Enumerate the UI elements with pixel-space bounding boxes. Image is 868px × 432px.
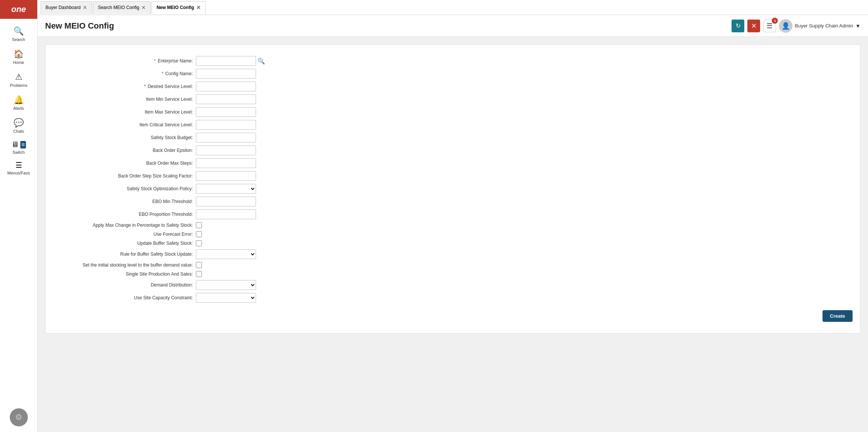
label-text-item-critical: Item Critical Service Level: <box>139 122 193 127</box>
sidebar-item-chats[interactable]: 💬 Chats <box>0 114 37 137</box>
tab-bar: Buyer Dashboard ✕ Search MEIO Config ✕ N… <box>38 0 868 15</box>
use-forecast-error-checkbox[interactable] <box>196 231 202 237</box>
label-back-order-epsilon: Back Order Epsilon: <box>53 148 196 153</box>
alerts-icon: 🔔 <box>14 95 24 105</box>
row-back-order-epsilon: Back Order Epsilon: <box>53 146 853 155</box>
user-dropdown-button[interactable]: ▼ <box>855 23 860 29</box>
create-button[interactable]: Create <box>823 310 853 322</box>
label-text-apply-max-change: Apply Max Change in Percentage to Safety… <box>93 223 193 228</box>
sidebar-label-switch: Switch <box>12 150 24 155</box>
label-back-order-step-size: Back Order Step Size Scaling Factor: <box>53 173 196 179</box>
enterprise-search-button[interactable]: 🔍 <box>258 58 265 65</box>
safety-stock-budget-input[interactable] <box>196 133 256 142</box>
user-info: 👤 Buyer Supply Chain Admin ▼ <box>779 19 860 33</box>
row-safety-stock-budget: Safety Stock Budget: <box>53 133 853 142</box>
label-text-back-order-step-size: Back Order Step Size Scaling Factor: <box>118 173 193 179</box>
tab-close-new-meio[interactable]: ✕ <box>196 5 201 10</box>
tab-close-search-meio[interactable]: ✕ <box>141 5 146 10</box>
demand-distribution-select[interactable] <box>196 280 256 290</box>
switch-icons: 🖥 ≡ <box>11 140 26 149</box>
logo-text: one <box>11 5 26 14</box>
close-form-button[interactable]: ✕ <box>747 20 760 32</box>
row-rule-buffer-safety-stock: Rule for Buffer Safety Stock Update: <box>53 249 853 259</box>
page-title: New MEIO Config <box>45 21 732 31</box>
sidebar-item-home[interactable]: 🏠 Home <box>0 45 37 68</box>
required-star-desired: * <box>144 84 146 89</box>
main-content: Buyer Dashboard ✕ Search MEIO Config ✕ N… <box>38 0 868 432</box>
back-order-max-steps-input[interactable] <box>196 158 256 168</box>
sidebar-label-home: Home <box>13 60 24 65</box>
row-ebo-min-threshold: EBO Min Threshold: <box>53 197 853 206</box>
tab-close-buyer-dashboard[interactable]: ✕ <box>83 5 87 10</box>
menu-button[interactable]: ☰ 1 <box>763 20 776 32</box>
row-enterprise-name: * Enterprise Name: 🔍 <box>53 56 853 66</box>
label-text-set-initial-stocking: Set the initial stocking level to the bu… <box>83 262 193 268</box>
enterprise-name-input[interactable] <box>196 56 256 66</box>
avatar-icon: ⚙ <box>15 412 23 422</box>
refresh-icon: ↻ <box>736 22 741 29</box>
config-name-input[interactable] <box>196 69 256 79</box>
sidebar-item-alerts[interactable]: 🔔 Alerts <box>0 91 37 114</box>
tab-search-meio[interactable]: Search MEIO Config ✕ <box>93 1 151 14</box>
label-back-order-max-steps: Back Order Max Steps: <box>53 161 196 166</box>
label-text-ebo-proportion-threshold: EBO Proportion Threshold: <box>139 212 193 217</box>
item-max-service-level-input[interactable] <box>196 107 256 117</box>
back-order-step-size-input[interactable] <box>196 171 256 181</box>
label-item-critical-service-level: Item Critical Service Level: <box>53 122 196 127</box>
close-icon: ✕ <box>751 22 757 30</box>
user-avatar[interactable]: ⚙ <box>10 408 28 426</box>
label-update-buffer-safety-stock: Update Buffer Safety Stock: <box>53 241 196 246</box>
switch-icon-right: ≡ <box>20 141 26 149</box>
rule-buffer-safety-stock-select[interactable] <box>196 249 256 259</box>
sidebar-label-menus: Menus/Favs <box>8 171 30 175</box>
row-back-order-step-size: Back Order Step Size Scaling Factor: <box>53 171 853 181</box>
row-safety-stock-opt-policy: Safety Stock Optimization Policy: <box>53 184 853 194</box>
single-site-production-checkbox[interactable] <box>196 271 202 277</box>
use-site-capacity-select[interactable] <box>196 293 256 303</box>
sidebar-item-menus[interactable]: ☰ Menus/Favs <box>0 158 37 178</box>
app-logo: one <box>0 0 37 19</box>
label-text-back-order-epsilon: Back Order Epsilon: <box>153 148 193 153</box>
label-config-name: * Config Name: <box>53 71 196 76</box>
row-back-order-max-steps: Back Order Max Steps: <box>53 158 853 168</box>
required-star-config: * <box>162 71 164 76</box>
ebo-proportion-threshold-input[interactable] <box>196 209 256 219</box>
desired-service-level-input[interactable] <box>196 82 256 91</box>
row-use-forecast-error: Use Forecast Error: <box>53 231 853 237</box>
chats-icon: 💬 <box>14 118 24 128</box>
update-buffer-safety-stock-checkbox[interactable] <box>196 240 202 246</box>
label-item-min-service-level: Item Min Service Level: <box>53 97 196 102</box>
label-text-config: Config Name: <box>165 71 193 76</box>
sidebar-item-problems[interactable]: ⚠ Problems <box>0 68 37 91</box>
item-critical-service-level-input[interactable] <box>196 120 256 130</box>
ebo-min-threshold-input[interactable] <box>196 197 256 206</box>
sidebar-label-alerts: Alerts <box>13 106 24 111</box>
sidebar-label-chats: Chats <box>13 129 24 133</box>
search-icon: 🔍 <box>14 26 24 36</box>
user-avatar-icon: 👤 <box>782 22 790 30</box>
label-single-site-production: Single Site Production And Sales: <box>53 271 196 277</box>
row-item-max-service-level: Item Max Service Level: <box>53 107 853 117</box>
tab-new-meio[interactable]: New MEIO Config ✕ <box>151 1 206 14</box>
problems-icon: ⚠ <box>15 72 23 82</box>
back-order-epsilon-input[interactable] <box>196 146 256 155</box>
safety-stock-opt-policy-select[interactable] <box>196 184 256 194</box>
switch-icon-left: 🖥 <box>11 140 19 149</box>
tab-buyer-dashboard[interactable]: Buyer Dashboard ✕ <box>41 1 92 14</box>
required-star-enterprise: * <box>154 58 156 64</box>
sidebar-item-search[interactable]: 🔍 Search <box>0 23 37 45</box>
notification-badge: 1 <box>772 18 778 24</box>
menus-icon: ☰ <box>15 161 22 170</box>
refresh-button[interactable]: ↻ <box>732 20 744 32</box>
row-update-buffer-safety-stock: Update Buffer Safety Stock: <box>53 240 853 246</box>
label-text-item-max: Item Max Service Level: <box>145 109 193 115</box>
set-initial-stocking-checkbox[interactable] <box>196 262 202 268</box>
apply-max-change-checkbox[interactable] <box>196 222 202 228</box>
sidebar: one 🔍 Search 🏠 Home ⚠ Problems 🔔 Alerts … <box>0 0 38 432</box>
tab-label-search-meio: Search MEIO Config <box>98 5 139 10</box>
tab-label-new-meio: New MEIO Config <box>156 5 194 10</box>
user-name: Buyer Supply Chain Admin <box>795 23 853 29</box>
form-container: * Enterprise Name: 🔍 * Config Name: <box>45 44 860 333</box>
item-min-service-level-input[interactable] <box>196 94 256 104</box>
sidebar-item-switch[interactable]: 🖥 ≡ Switch <box>0 137 37 158</box>
